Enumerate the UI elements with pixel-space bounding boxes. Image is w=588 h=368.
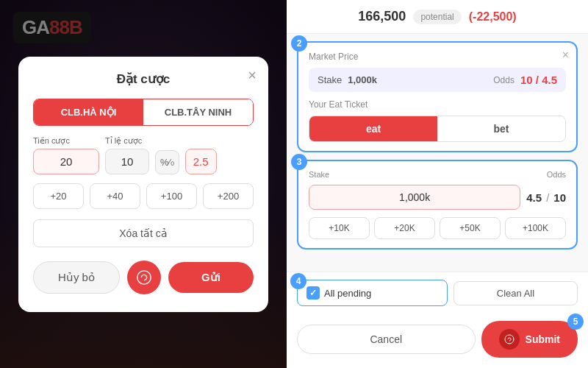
stake2-label: Stake [309, 170, 449, 179]
potential-badge: potential [413, 10, 461, 24]
eat-tab[interactable]: eat [309, 116, 437, 141]
quick-10k-btn[interactable]: +10K [309, 217, 370, 239]
svg-point-0 [137, 270, 151, 283]
modal-close-button[interactable]: × [248, 67, 257, 84]
top-bar: 166,500 potential (-22,500) [287, 0, 588, 34]
odds2-left: 4.5 [526, 191, 542, 204]
quick-20k-btn[interactable]: +20K [374, 217, 435, 239]
right-panel: 166,500 potential (-22,500) 2 × Market P… [287, 0, 588, 368]
submit-icon [499, 329, 520, 350]
all-pending-row: 4 All pending [297, 280, 448, 306]
step-3-badge: 3 [291, 154, 307, 170]
quick-btn-40[interactable]: +40 [90, 183, 140, 209]
cancel-button[interactable]: Hủy bỏ [33, 261, 120, 294]
stake-odds-row: 4.5 / 10 [309, 185, 566, 210]
pct-button[interactable]: %⁄₀ [155, 150, 179, 174]
tien-cuoc-group: Tiền cược [33, 136, 99, 174]
fields-row: Tiền cược Tỉ lệ cược %⁄₀ 2.5 [33, 136, 254, 174]
odds-input[interactable] [105, 149, 149, 174]
quick-btn-200[interactable]: +200 [203, 183, 254, 209]
submit-circle-icon[interactable] [127, 261, 161, 294]
odds2-display: 4.5 / 10 [526, 191, 566, 204]
stake-odds-card: 3 Stake Odds 4.5 / 10 +10K +20K +50K +10… [297, 160, 578, 250]
left-panel: GA88B Đặt cược × CLB.HÀ NỘI CLB.TÂY NINH… [0, 0, 287, 368]
modal-title: Đặt cược [33, 71, 254, 87]
team-tabs: CLB.HÀ NỘI CLB.TÂY NINH [33, 99, 254, 126]
right-content: 2 × Market Price Stake 1,000k Odds 10 / … [287, 34, 588, 272]
odds2-right: 10 [553, 191, 566, 204]
market-price-card: 2 × Market Price Stake 1,000k Odds 10 / … [297, 41, 578, 152]
market-info-row: Stake 1,000k Odds 10 / 4.5 [309, 68, 566, 92]
quick-amounts: +20 +40 +100 +200 [33, 183, 254, 209]
stake-value: 1,000k [348, 74, 377, 85]
market-price-label: Market Price [309, 52, 566, 62]
labels-row: Stake Odds [309, 170, 566, 179]
clean-all-button[interactable]: Clean All [453, 281, 578, 305]
eat-bet-tabs: eat bet [309, 116, 566, 142]
send-button[interactable]: Gửi [168, 262, 254, 293]
step-5-badge: 5 [567, 314, 584, 330]
bottom-actions: 4 All pending Clean All [287, 272, 588, 314]
step-4-badge: 4 [290, 273, 306, 289]
quick-100k-btn[interactable]: +100K [505, 217, 566, 239]
submit-area: 5 Submit [481, 321, 578, 358]
your-eat-ticket-label: Your Eat Ticket [309, 99, 566, 110]
bet-modal: Đặt cược × CLB.HÀ NỘI CLB.TÂY NINH Tiền … [18, 57, 268, 312]
tien-cuoc-label: Tiền cược [33, 136, 99, 146]
team2-tab[interactable]: CLB.TÂY NINH [143, 99, 253, 125]
submit-button[interactable]: Submit [481, 321, 578, 358]
modal-actions: Hủy bỏ Gửi [33, 261, 254, 294]
odds2-label: Odds [453, 170, 566, 179]
final-actions: Cancel 5 Submit [287, 314, 588, 368]
top-value: 166,500 [358, 9, 406, 24]
step-2-badge: 2 [291, 35, 307, 52]
ratio-display: 2.5 [185, 149, 217, 174]
quick-btn-20[interactable]: +20 [33, 183, 84, 209]
bet-tab[interactable]: bet [437, 116, 565, 141]
all-pending-label: All pending [324, 288, 371, 299]
submit-label: Submit [526, 333, 560, 345]
modal-overlay: Đặt cược × CLB.HÀ NỘI CLB.TÂY NINH Tiền … [0, 0, 287, 368]
svg-point-1 [505, 335, 514, 344]
team1-tab[interactable]: CLB.HÀ NỘI [34, 99, 143, 125]
odds2-slash: / [546, 191, 549, 204]
odds-label: Odds [493, 75, 514, 85]
all-pending-checkbox[interactable] [306, 286, 320, 300]
odds-value: 10 / 4.5 [520, 74, 557, 86]
stake2-input[interactable] [309, 185, 520, 210]
card1-close-button[interactable]: × [562, 49, 569, 62]
quick-btn-100[interactable]: +100 [146, 183, 197, 209]
ti-le-cuoc-group: Tỉ lệ cược [105, 136, 149, 174]
amount-input[interactable] [33, 149, 99, 174]
stake-label: Stake [318, 74, 342, 85]
top-negative: (-22,500) [469, 10, 517, 24]
quick-50k-btn[interactable]: +50K [440, 217, 501, 239]
right-cancel-button[interactable]: Cancel [297, 325, 476, 354]
clear-all-button[interactable]: Xóa tất cả [33, 219, 254, 247]
quick-btns-row: +10K +20K +50K +100K [309, 217, 566, 239]
ti-le-label: Tỉ lệ cược [105, 136, 149, 146]
